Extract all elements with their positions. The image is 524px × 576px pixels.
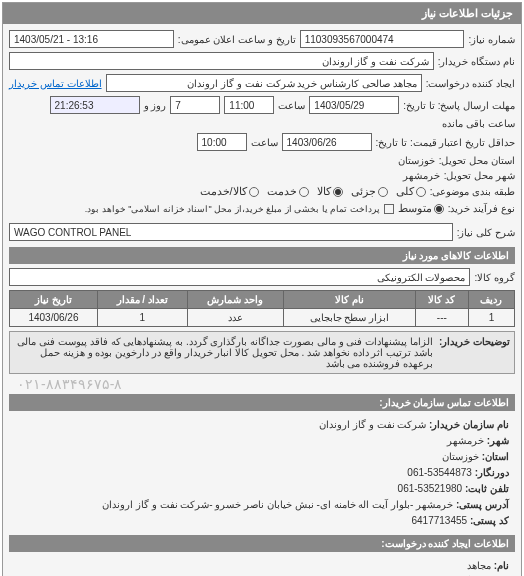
process-medium-label: متوسط — [398, 202, 432, 215]
announce-label: تاریخ و ساعت اعلان عمومی: — [178, 34, 296, 45]
treasury-checkbox[interactable] — [384, 204, 394, 214]
table-row[interactable]: 1 --- ابزار سطح جابجایی عدد 1 1403/06/26 — [10, 309, 515, 327]
postal-label: کد پستی: — [470, 515, 509, 526]
row-category: طبقه بندی موضوعی: کلی جزئی کالا خدمت کال… — [9, 185, 515, 198]
city-label: شهر محل تحویل: — [444, 170, 515, 181]
th-qty: تعداد / مقدار — [97, 291, 187, 309]
panel-body: شماره نیاز: 1103093567000474 تاریخ و ساع… — [3, 24, 521, 576]
cat-partial-option[interactable]: جزئی — [351, 185, 388, 198]
cat-all-label: کلی — [396, 185, 414, 198]
footer-postal-row: کد پستی: 6417713455 — [15, 513, 509, 529]
creator-name-row: نام: مجاهد — [15, 558, 509, 574]
cell-date: 1403/06/26 — [10, 309, 98, 327]
radio-icon — [378, 187, 388, 197]
row-process: نوع فرآیند خرید: متوسط پرداخت تمام یا بخ… — [9, 202, 515, 215]
f-city-label: شهر: — [487, 435, 509, 446]
panel-title: جزئیات اطلاعات نیاز — [3, 3, 521, 24]
cat-goods-service-label: کالا/خدمت — [200, 185, 247, 198]
note-text: الزاما پیشنهادات فنی و مالی بصورت جداگان… — [14, 336, 433, 369]
footer-org-row: نام سازمان خریدار: شرکت نفت و گاز اروندا… — [15, 417, 509, 433]
city-value: خرمشهر — [403, 170, 440, 181]
time-remaining-label: ساعت باقی مانده — [442, 118, 515, 129]
cell-name: ابزار سطح جابجایی — [283, 309, 415, 327]
items-section-title: اطلاعات کالاهای مورد نیاز — [9, 247, 515, 264]
row-creator: ایجاد کننده درخواست: مجاهد صالحی کارشناس… — [9, 74, 515, 92]
cell-qty: 1 — [97, 309, 187, 327]
address-label: آدرس پستی: — [456, 499, 509, 510]
cat-all-option[interactable]: کلی — [396, 185, 426, 198]
validity-date-field: 1403/06/26 — [282, 133, 372, 151]
table-header-row: ردیف کد کالا نام کالا واحد شمارش تعداد /… — [10, 291, 515, 309]
th-unit: واحد شمارش — [187, 291, 283, 309]
stamp-phone: ۰۲۱-۸۸۳۴۹۶۷۵-۸ — [9, 374, 515, 394]
fax-label: دورنگار: — [475, 467, 509, 478]
cat-service-option[interactable]: خدمت — [267, 185, 309, 198]
creator-label: ایجاد کننده درخواست: — [426, 78, 515, 89]
radio-icon — [416, 187, 426, 197]
footer-info: نام سازمان خریدار: شرکت نفت و گاز اروندا… — [9, 411, 515, 535]
cat-service-label: خدمت — [267, 185, 297, 198]
phone-label: تلفن ثابت: — [465, 483, 509, 494]
radio-icon — [299, 187, 309, 197]
name-label: نام: — [494, 560, 509, 571]
footer-province-row: استان: خوزستان — [15, 449, 509, 465]
province-value: خوزستان — [398, 155, 435, 166]
buyer-note-box: توضیحات خریدار: الزاما پیشنهادات فنی و م… — [9, 331, 515, 374]
cell-idx: 1 — [468, 309, 514, 327]
cat-partial-label: جزئی — [351, 185, 376, 198]
f-province-label: استان: — [482, 451, 509, 462]
postal-value: 6417713455 — [411, 513, 467, 529]
time-label-1: ساعت — [278, 100, 305, 111]
row-province: استان محل تحویل: خوزستان — [9, 155, 515, 166]
details-panel: جزئیات اطلاعات نیاز شماره نیاز: 11030935… — [2, 2, 522, 576]
cat-goods-label: کالا — [317, 185, 331, 198]
category-label: طبقه بندی موضوعی: — [430, 186, 515, 197]
row-deadline: مهلت ارسال پاسخ: تا تاریخ: 1403/05/29 سا… — [9, 96, 515, 129]
cell-code: --- — [415, 309, 468, 327]
deadline-time-field: 11:00 — [224, 96, 274, 114]
time-label-2: ساعت — [251, 137, 278, 148]
cell-unit: عدد — [187, 309, 283, 327]
request-no-field: 1103093567000474 — [300, 30, 465, 48]
validity-label: حداقل تاریخ اعتبار قیمت: تا تاریخ: — [376, 137, 515, 148]
request-no-label: شماره نیاز: — [468, 34, 515, 45]
row-buyer: نام دستگاه خریدار: شرکت نفت و گاز اروندا… — [9, 52, 515, 70]
process-medium-option[interactable]: متوسط — [398, 202, 444, 215]
deadline-date-field: 1403/05/29 — [309, 96, 399, 114]
announce-field: 1403/05/21 - 13:16 — [9, 30, 174, 48]
buyer-field: شرکت نفت و گاز اروندان — [9, 52, 434, 70]
cat-goods-option[interactable]: کالا — [317, 185, 343, 198]
buyer-contact-link[interactable]: اطلاعات تماس خریدار — [9, 78, 102, 89]
province-label: استان محل تحویل: — [439, 155, 515, 166]
process-note: پرداخت تمام یا بخشی از مبلغ خرید،از محل … — [85, 204, 380, 214]
row-group: گروه کالا: محصولات الکترونیکی — [9, 268, 515, 286]
footer-fax-row: دورنگار: 061-53544873 — [15, 465, 509, 481]
days-remaining-field: 7 — [170, 96, 220, 114]
th-date: تاریخ نیاز — [10, 291, 98, 309]
row-desc: شرح کلی نیاز: WAGO CONTROL PANEL — [9, 223, 515, 241]
footer-address-row: آدرس پستی: خرمشهر -بلوار آیت اله خامنه ا… — [15, 497, 509, 513]
org-value: شرکت نفت و گاز اروندان — [319, 419, 426, 430]
footer-city-row: شهر: خرمشهر — [15, 433, 509, 449]
cat-goods-service-option[interactable]: کالا/خدمت — [200, 185, 259, 198]
creator-title: اطلاعات ایجاد کننده درخواست: — [9, 535, 515, 552]
th-code: کد کالا — [415, 291, 468, 309]
desc-field: WAGO CONTROL PANEL — [9, 223, 453, 241]
validity-time-field: 10:00 — [197, 133, 247, 151]
days-label: روز و — [144, 100, 167, 111]
address-value: خرمشهر -بلوار آیت اله خامنه ای- نبش خیاب… — [102, 499, 453, 510]
process-label: نوع فرآیند خرید: — [448, 203, 515, 214]
row-city: شهر محل تحویل: خرمشهر — [9, 170, 515, 181]
fax-value: 061-53544873 — [407, 465, 472, 481]
note-label: توضیحات خریدار: — [439, 336, 510, 369]
radio-icon — [333, 187, 343, 197]
footer-title: اطلاعات تماس سازمان خریدار: — [9, 394, 515, 411]
buyer-label: نام دستگاه خریدار: — [438, 56, 515, 67]
deadline-label: مهلت ارسال پاسخ: تا تاریخ: — [403, 100, 515, 111]
items-table: ردیف کد کالا نام کالا واحد شمارش تعداد /… — [9, 290, 515, 327]
creator-field: مجاهد صالحی کارشناس خرید شرکت نفت و گاز … — [106, 74, 422, 92]
desc-label: شرح کلی نیاز: — [457, 227, 515, 238]
group-label: گروه کالا: — [474, 272, 515, 283]
th-idx: ردیف — [468, 291, 514, 309]
category-radio-group: کلی جزئی کالا خدمت کالا/خدمت — [200, 185, 426, 198]
